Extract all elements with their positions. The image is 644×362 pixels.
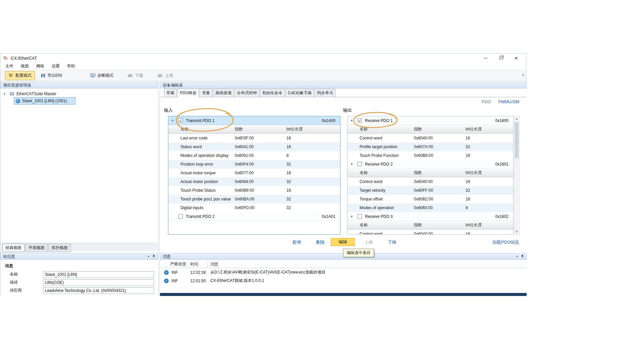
pdo-checkbox[interactable]: ✓	[178, 118, 183, 123]
menu-item[interactable]: 文件	[2, 63, 17, 70]
pdo-entry-row[interactable]: Torque offset0x60B2:0016	[347, 195, 513, 203]
pdo-entry-row[interactable]: Modes of operation display0x6061:008	[168, 151, 340, 160]
pdo-entry-row[interactable]: Control word0x6040:0016	[347, 134, 513, 142]
pdo-entry-row[interactable]: Touch probe pos1 pos value0x60BA:0032	[168, 195, 340, 203]
expander-icon[interactable]: ▼	[350, 163, 358, 166]
delete-button[interactable]: 删除	[316, 239, 325, 245]
tab-同步单元[interactable]: 同步单元	[315, 89, 335, 97]
upload-button[interactable]: 上传	[154, 71, 176, 80]
expander-icon[interactable]: ▼	[350, 215, 358, 218]
tab-分布式时钟[interactable]: 分布式时钟	[234, 89, 259, 97]
entry-name: Target velocity	[360, 188, 414, 193]
pdo-link[interactable]: PDO	[482, 99, 491, 104]
pdo-checkbox[interactable]	[178, 214, 183, 219]
move-down-button[interactable]: 下移	[388, 239, 396, 245]
menu-item[interactable]: 视图	[17, 63, 33, 70]
tree-expander-icon[interactable]: ▾	[4, 92, 10, 96]
pdo-checkbox[interactable]: ✓	[358, 118, 362, 123]
pdo-entry-row[interactable]: Control word0x6040:0016	[347, 230, 513, 235]
pdo-entry-row[interactable]: Digital inputs0x60FD:0032	[168, 203, 340, 212]
tab-高级选项[interactable]: 高级选项	[213, 89, 234, 97]
pdo-column-header: 名称指数bit位长度	[347, 125, 513, 134]
pdo-row[interactable]: ▼Receive PDO 20x1601	[347, 160, 513, 169]
toolbar-overflow-icon[interactable]: ▾	[522, 73, 524, 77]
config-mode-button[interactable]: 配置模式	[5, 71, 35, 80]
pdo-entry-row[interactable]: Position loop error0x60F4:0032	[168, 160, 340, 169]
export-eni-button[interactable]: 导出ENI	[38, 71, 65, 80]
tree-item-slave-selected[interactable]: Slave_1001 [L6N] (1001)	[14, 97, 75, 105]
pdo-entry-row[interactable]: Profile target position0x607A:0032	[347, 142, 513, 151]
fmmu-sm-link[interactable]: FMMU/SM	[498, 99, 519, 104]
info-field-row: 名称	[0, 271, 158, 278]
tab-变量[interactable]: 变量	[200, 89, 212, 97]
output-pdo-panel: ▼✓Receive PDO 10x1600名称指数bit位长度Control w…	[347, 116, 514, 235]
move-up-button[interactable]: 上移	[364, 239, 373, 245]
pdo-row[interactable]: ▼✓Transmit PDO 10x1A00	[168, 116, 340, 125]
pdo-checkbox[interactable]	[358, 214, 362, 219]
menu-item[interactable]: 帮助	[63, 63, 79, 70]
pdo-entry-row[interactable]: Actual motor position0x6064:0032	[168, 177, 340, 186]
view-tab[interactable]: 平面视图	[25, 244, 48, 252]
column-label: 指数	[235, 126, 286, 132]
maximize-button[interactable]	[493, 54, 508, 62]
pdo-entry-row[interactable]: Touch Probe Function0x60B8:0016	[347, 151, 513, 160]
pdo-entry-row[interactable]: Touch Probe Status0x60B9:0016	[168, 186, 340, 195]
field-input[interactable]	[43, 279, 154, 286]
download-button[interactable]: 下载	[124, 71, 147, 80]
load-pdo-info-button[interactable]: 加载PDO信息	[492, 239, 519, 245]
field-input[interactable]	[43, 287, 154, 294]
tab-初始化命令[interactable]: 初始化命令	[260, 89, 285, 97]
add-button[interactable]: 新增	[292, 239, 301, 245]
tab-常规[interactable]: 常规	[164, 89, 177, 97]
pdo-entry-row[interactable]: Modes of operation0x6060:008	[347, 203, 513, 212]
pdo-column-header: 名称指数bit位长度	[347, 221, 513, 230]
message-row[interactable]: iINF12:01:50CX-EtherCAT就绪.版本1.0.0.1	[160, 277, 527, 285]
collapse-chevron-icon[interactable]: ▾	[516, 255, 518, 258]
tab-PDO映射[interactable]: PDO映射	[177, 89, 199, 97]
scroll-up-icon[interactable]: ▲	[514, 117, 519, 120]
field-input[interactable]	[43, 271, 154, 278]
view-tab[interactable]: 经典视图	[2, 244, 24, 252]
pdo-entry-row[interactable]: Control word0x6040:0016	[347, 177, 513, 186]
pdo-entry-row[interactable]: Actual motor torque0x6077:0016	[168, 169, 340, 177]
messages-title: 消息	[163, 254, 171, 259]
pdo-index: 0x1602	[495, 214, 513, 219]
pdo-row[interactable]: Transmit PDO 20x1A01	[168, 212, 340, 221]
pdo-row[interactable]: ▼Receive PDO 30x1602	[347, 212, 513, 221]
messages-bottom-bar	[160, 293, 527, 296]
tab-CoE对象字典[interactable]: CoE对象字典	[285, 89, 314, 97]
entry-bits: 16	[466, 232, 513, 235]
expander-icon[interactable]: ▼	[171, 119, 178, 122]
pin-icon[interactable]	[152, 254, 155, 258]
pdo-entry-row[interactable]: Status word0x6041:0016	[168, 142, 340, 151]
column-label: 名称	[360, 126, 414, 132]
entry-index: 0x6041:00	[235, 144, 286, 149]
menu-item[interactable]: 网络	[33, 63, 48, 70]
collapse-chevron-icon[interactable]: ▾	[148, 255, 149, 258]
close-button[interactable]: ×	[508, 54, 524, 62]
entry-bits: 16	[286, 136, 340, 140]
severity-cell: iINF	[164, 279, 188, 283]
menu-item[interactable]: 设置	[48, 63, 63, 70]
pdo-row[interactable]: ▼✓Receive PDO 10x1600	[347, 116, 513, 125]
message-row[interactable]: iINF12:02:38从D:\工程夹\AVI检测\ESI(E-CAT)\AVI…	[160, 268, 527, 277]
entry-bits: 16	[286, 144, 340, 149]
severity-label: INF	[171, 270, 178, 275]
edit-button[interactable]: 编辑	[331, 238, 355, 246]
output-scrollbar[interactable]: ▲ ▼	[514, 116, 520, 235]
pdo-checkbox[interactable]	[358, 162, 362, 166]
scroll-down-icon[interactable]: ▼	[514, 230, 519, 233]
master-label: EtherCATSuite Master	[16, 92, 56, 96]
minimize-button[interactable]	[478, 54, 493, 62]
pdo-entry-row[interactable]: Last error code0x603F:0016	[168, 134, 340, 142]
diagnostic-mode-button[interactable]: 诊断模式	[87, 71, 117, 80]
expander-icon[interactable]: ▼	[350, 119, 358, 122]
scrollbar-thumb[interactable]	[515, 122, 519, 158]
view-tab[interactable]: 拓扑视图	[49, 244, 71, 252]
pdo-entry-row[interactable]: Target velocity0x60FF:0032	[347, 186, 513, 195]
tree-item-master[interactable]: ▾ EtherCATSuite Master	[0, 90, 158, 97]
severity-cell: iINF	[164, 270, 188, 275]
pin-icon[interactable]	[521, 254, 524, 258]
entry-index: 0x6040:00	[414, 232, 466, 235]
column-label: bit位长度	[466, 170, 513, 176]
